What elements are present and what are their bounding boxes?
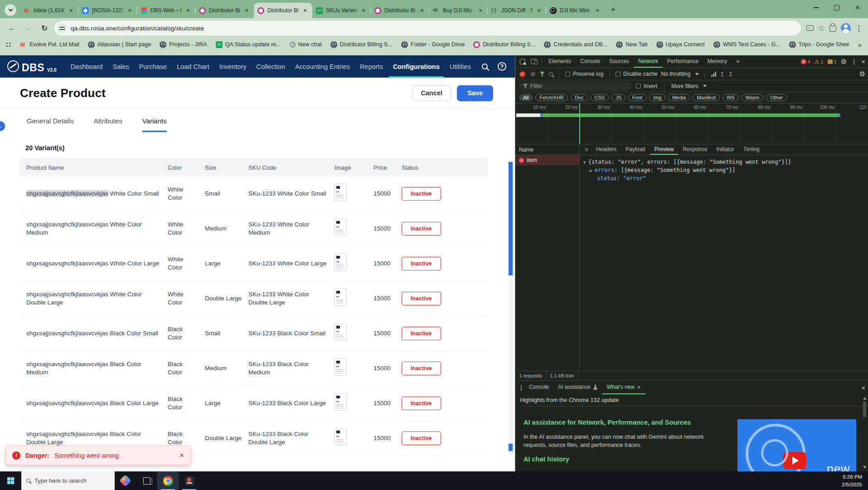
more-tabs-icon[interactable] xyxy=(732,55,744,68)
request-type-chip[interactable]: Media xyxy=(668,94,690,101)
product-image-thumbnail[interactable] xyxy=(335,393,347,411)
request-type-chip[interactable]: WS xyxy=(723,94,739,101)
browser-tab[interactable]: Inbox (1,624) - shr xyxy=(20,3,78,18)
error-count-badge[interactable]: 4 xyxy=(801,59,810,64)
taskbar-app-button[interactable] xyxy=(179,471,200,490)
brand[interactable]: DBS V2.0 xyxy=(7,60,57,73)
whats-new-heading-1[interactable]: AI assistance for Network, Performance, … xyxy=(524,419,691,426)
scroll-thumb[interactable] xyxy=(863,402,866,417)
network-conditions-icon[interactable] xyxy=(711,72,716,77)
inspect-element-icon[interactable] xyxy=(517,57,528,67)
tab-close-icon[interactable] xyxy=(594,7,601,14)
back-button[interactable] xyxy=(5,22,18,34)
extensions-icon[interactable] xyxy=(829,25,836,32)
product-image-thumbnail[interactable] xyxy=(335,428,347,446)
drawer-tab-console[interactable]: Console xyxy=(524,381,553,394)
site-settings-icon[interactable] xyxy=(57,23,67,33)
browser-tab[interactable]: SKUs Varient - Go xyxy=(312,3,371,18)
filter-funnel-icon[interactable] xyxy=(539,72,545,77)
whats-new-heading-2[interactable]: AI chat history xyxy=(524,456,569,463)
nav-item[interactable]: Utilities xyxy=(446,55,475,78)
scroll-up-icon[interactable] xyxy=(863,397,867,400)
product-image-thumbnail[interactable] xyxy=(335,358,347,376)
status-badge[interactable]: Inactive xyxy=(402,362,441,376)
expand-caret-icon[interactable] xyxy=(590,167,595,173)
page-tab[interactable]: Variants xyxy=(142,117,167,132)
browser-tab[interactable]: Distributor Billing xyxy=(254,3,312,18)
bookmark-item[interactable]: Upaya Connect xyxy=(656,41,705,48)
scrollbar-thumb[interactable] xyxy=(509,162,513,275)
request-type-chip[interactable]: Doc xyxy=(571,94,588,101)
bookmark-item[interactable]: Atlassian | Start page xyxy=(88,41,151,48)
bookmark-item[interactable]: Distributor Billing S... xyxy=(330,41,393,48)
window-close-button[interactable] xyxy=(847,0,868,15)
product-image-thumbnail[interactable] xyxy=(335,184,347,201)
json-line-2[interactable]: errors: [{message: "Something went wrong… xyxy=(583,167,868,175)
invert-checkbox[interactable]: Invert xyxy=(636,83,657,89)
table-row[interactable]: shgxsajjsavsghcfkjlaasvcvkjas Black Colo… xyxy=(20,316,488,351)
network-timeline[interactable]: 10 ms20 ms30 ms40 ms50 ms60 ms70 ms80 ms… xyxy=(515,103,868,144)
tab-close-icon[interactable] xyxy=(243,7,250,14)
nav-item[interactable]: Purchase xyxy=(135,55,171,78)
request-type-chip[interactable]: CSS xyxy=(591,94,609,101)
nav-item[interactable]: Accounting Entries xyxy=(291,55,354,78)
drawer-tab-ai-assistance[interactable]: AI assistance xyxy=(553,381,602,394)
address-bar[interactable]: qa.dbs.rosia.one/configuration/catalog/s… xyxy=(54,21,801,35)
taskbar-chrome-button[interactable] xyxy=(157,471,179,490)
scrollbar-thumb-secondary[interactable] xyxy=(509,444,513,451)
bookmark-item[interactable]: New Tab xyxy=(616,41,647,48)
tab-close-icon[interactable] xyxy=(301,7,309,14)
new-tab-button[interactable] xyxy=(607,4,619,15)
tab-close-icon[interactable] xyxy=(418,7,426,14)
taskbar-search[interactable]: Type here to search xyxy=(21,471,115,490)
taskbar-copilot-button[interactable] xyxy=(115,471,136,490)
request-type-chip[interactable]: Other xyxy=(766,94,787,101)
save-button[interactable]: Save xyxy=(457,85,493,101)
drawer-close-icon[interactable] xyxy=(861,384,865,392)
clear-icon[interactable] xyxy=(530,70,536,78)
bookmark-item[interactable]: Folder - Google Drive xyxy=(401,41,465,48)
warning-count-badge[interactable]: 1 xyxy=(815,59,824,65)
window-maximize-button[interactable] xyxy=(826,0,847,15)
devtools-menu-icon[interactable] xyxy=(851,58,857,65)
table-row[interactable]: shgxsajjsavsghcfkjlaasvcvkjas White Colo… xyxy=(20,281,488,316)
details-tab[interactable]: Response xyxy=(678,144,712,155)
request-type-chip[interactable]: Fetch/XHR xyxy=(535,94,568,101)
devtools-settings-icon[interactable] xyxy=(841,58,847,66)
status-badge[interactable]: Inactive xyxy=(402,222,441,236)
whats-new-close-icon[interactable] xyxy=(637,384,641,391)
nav-item[interactable]: Dashboard xyxy=(67,55,107,78)
request-type-chip[interactable]: All xyxy=(519,94,533,101)
tab-close-icon[interactable] xyxy=(184,7,192,14)
tab-close-icon[interactable] xyxy=(477,7,484,14)
browser-tab[interactable]: [ROSIA-13233] UI xyxy=(78,3,137,18)
json-line-1[interactable]: {status: "error", errors: [{message: "So… xyxy=(583,158,868,167)
devtools-tab[interactable]: Elements xyxy=(544,55,576,68)
video-thumbnail[interactable]: new xyxy=(737,419,856,471)
url-text[interactable]: qa.dbs.rosia.one/configuration/catalog/s… xyxy=(71,25,204,32)
status-badge[interactable]: Inactive xyxy=(402,187,441,201)
tab-close-icon[interactable] xyxy=(126,7,133,14)
name-column-header[interactable]: Name xyxy=(515,144,579,155)
status-badge[interactable]: Inactive xyxy=(402,257,441,271)
browser-tab[interactable]: DBS Web – Figma xyxy=(137,3,195,18)
table-row[interactable]: shgxsajjsavsghcfkjlaasvcvkjas White Colo… xyxy=(20,246,488,281)
nav-item[interactable]: Reports xyxy=(356,55,387,78)
issues-count-badge[interactable]: 1 xyxy=(828,59,837,64)
install-app-icon[interactable] xyxy=(806,25,814,31)
product-image-thumbnail[interactable] xyxy=(335,289,347,306)
table-row[interactable]: shgxsajjsavsghcfkjlaasvcvkjas White Colo… xyxy=(20,211,488,246)
page-scrollbar[interactable] xyxy=(509,160,513,454)
status-badge[interactable]: Inactive xyxy=(402,431,441,446)
preserve-log-checkbox[interactable]: Preserve log xyxy=(565,71,603,77)
cancel-button[interactable]: Cancel xyxy=(412,85,451,101)
scroll-down-icon[interactable] xyxy=(863,466,867,469)
bookmark-star-icon[interactable] xyxy=(818,24,825,33)
request-type-chip[interactable]: JS xyxy=(611,94,626,101)
request-type-chip[interactable]: Font xyxy=(628,94,646,101)
import-har-icon[interactable] xyxy=(728,71,733,78)
devtools-tab[interactable]: Network xyxy=(634,55,663,68)
status-badge[interactable]: Inactive xyxy=(402,397,441,411)
bookmark-item[interactable]: QA Status update re... xyxy=(216,41,281,48)
drawer-tab-whats-new[interactable]: What's new xyxy=(602,381,645,394)
